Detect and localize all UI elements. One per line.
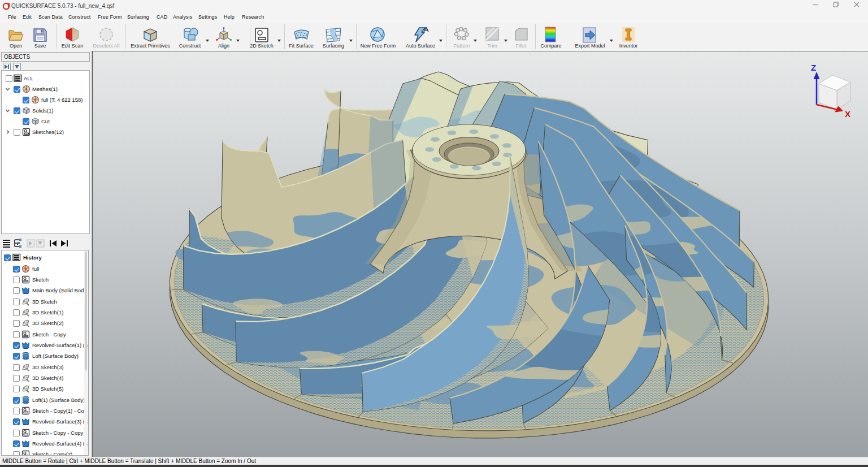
svg-text:X: X <box>845 109 850 119</box>
svg-text:Z: Z <box>811 63 816 72</box>
